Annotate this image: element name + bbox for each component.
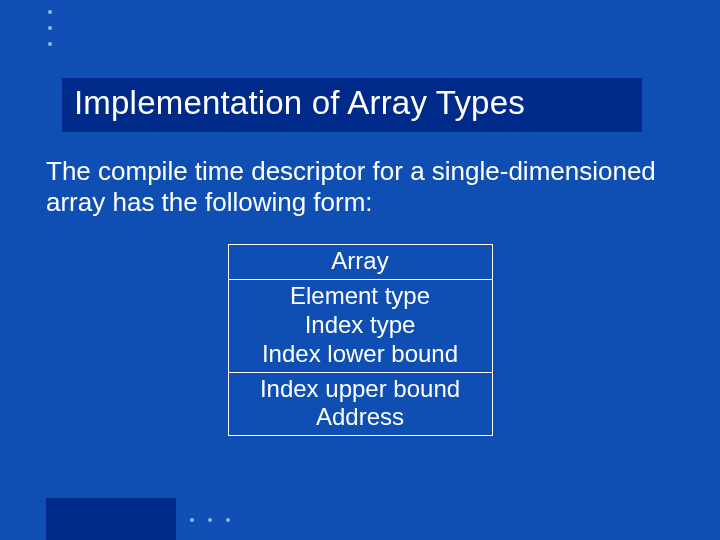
table-cell-text: Address bbox=[229, 403, 492, 432]
deco-dot bbox=[226, 518, 230, 522]
title-bar: Implementation of Array Types bbox=[62, 78, 642, 132]
footer-block bbox=[46, 498, 176, 540]
table-row: Index upper bound Address bbox=[228, 372, 493, 437]
table-cell-text: Index upper bound bbox=[229, 375, 492, 404]
slide-title: Implementation of Array Types bbox=[74, 84, 630, 122]
table-row: Element type Index type Index lower boun… bbox=[228, 279, 493, 372]
deco-dot bbox=[48, 42, 52, 46]
table-cell-text: Index lower bound bbox=[229, 340, 492, 369]
slide-body-text: The compile time descriptor for a single… bbox=[46, 156, 674, 218]
table-row: Array bbox=[228, 244, 493, 280]
footer-dots bbox=[190, 518, 230, 522]
deco-dot bbox=[48, 10, 52, 14]
deco-dot bbox=[48, 26, 52, 30]
table-cell-text: Array bbox=[229, 247, 492, 276]
deco-dot bbox=[208, 518, 212, 522]
table-cell-text: Element type bbox=[229, 282, 492, 311]
table-cell-text: Index type bbox=[229, 311, 492, 340]
deco-dot bbox=[190, 518, 194, 522]
top-bullet-decoration bbox=[48, 10, 52, 46]
footer-decoration bbox=[0, 486, 720, 540]
descriptor-table: Array Element type Index type Index lowe… bbox=[228, 244, 493, 436]
